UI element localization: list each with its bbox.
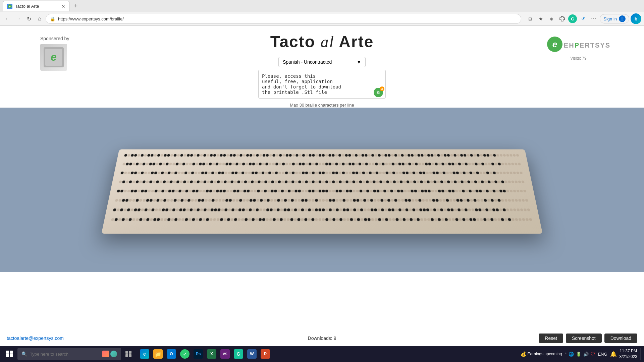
taskbar-vs-icon[interactable]: VS — [219, 348, 231, 360]
active-tab[interactable]: e Tacto al Arte ✕ — [3, 1, 70, 11]
browser-chrome: e Tacto al Arte ✕ + ← → ↻ ⌂ 🔒 ⊞ ★ ⊕ — [0, 0, 644, 26]
chevron-up-icon[interactable]: ^ — [565, 352, 567, 357]
sponsored-label: Sponsered by — [40, 36, 69, 41]
reset-button[interactable]: Reset — [539, 334, 563, 343]
new-tab-button[interactable]: + — [71, 1, 80, 11]
volume-icon[interactable]: 🔊 — [583, 352, 589, 357]
account-avatar: 👤 — [619, 15, 626, 22]
toolbar-icons: ⊞ ★ ⊕ G ↺ ··· Sign in 👤 b — [525, 13, 641, 24]
taskbar-date: 3/21/2023 — [620, 354, 637, 360]
search-icon: 🔍 — [21, 351, 27, 357]
sync-icon[interactable]: ↺ — [578, 14, 588, 23]
svg-rect-10 — [129, 354, 131, 357]
toolbar: ← → ↻ ⌂ 🔒 ⊞ ★ ⊕ G ↺ ··· Si — [0, 12, 644, 25]
taskbar-explorer-icon[interactable]: 📁 — [152, 348, 164, 360]
taskbar-word-icon[interactable]: W — [246, 348, 258, 360]
dropdown-chevron-icon: ▼ — [357, 59, 361, 65]
taskbar-app-icons: e 📁 O ✓ Ps X VS G W — [139, 348, 271, 360]
svg-text:e: e — [9, 5, 10, 8]
page-header: Sponsered by e Tacto al Arte — [0, 26, 644, 54]
battery-icon[interactable]: 🔋 — [576, 352, 581, 357]
svg-text:e: e — [552, 39, 557, 49]
refresh-button[interactable]: ↻ — [24, 14, 34, 23]
text-input-section: Please, access this useful, free, applic… — [0, 70, 644, 100]
taskbar-excel-icon[interactable]: X — [206, 348, 218, 360]
favorites-icon[interactable]: ★ — [536, 14, 545, 23]
tab-close-button[interactable]: ✕ — [61, 4, 65, 9]
download-button[interactable]: Download — [604, 334, 637, 343]
notification-bell-icon[interactable]: 🔔 — [610, 351, 617, 357]
sponsor-logo: e — [40, 44, 67, 71]
tab-favicon: e — [7, 4, 12, 9]
back-button[interactable]: ← — [3, 14, 12, 23]
taskbar-outlook-icon[interactable]: O — [165, 348, 177, 360]
earnings-icon: 💰 — [521, 351, 526, 357]
taskbar-time: 11:37 PM — [620, 348, 637, 354]
braille-text-input[interactable]: Please, access this useful, free, applic… — [258, 70, 386, 99]
sponsored-by-section: Sponsered by e — [40, 36, 69, 71]
search-extra-icon2 — [110, 351, 117, 357]
taskbar-tasks-icon[interactable]: ✓ — [179, 348, 191, 360]
show-desktop-button[interactable] — [640, 348, 641, 360]
url-input[interactable] — [58, 16, 517, 21]
extensions-icon[interactable] — [557, 14, 567, 23]
textarea-wrapper: Please, access this useful, free, applic… — [258, 70, 386, 100]
grammarly-toolbar-icon[interactable]: G — [568, 14, 577, 23]
taskbar-ppt-icon[interactable]: P — [259, 348, 271, 360]
edge-logo: b — [631, 13, 641, 24]
expertsys-text: EHPERTSYS — [564, 42, 610, 49]
grammarly-button[interactable]: G 3 — [374, 88, 383, 97]
grammarly-icon: G — [377, 90, 380, 95]
taskbar-search-input[interactable] — [30, 352, 97, 357]
antivirus-icon: 🛡 — [591, 352, 595, 357]
start-button[interactable] — [3, 347, 16, 361]
sign-in-button[interactable]: Sign in 👤 — [600, 14, 629, 23]
braille-display-area — [0, 108, 644, 272]
title-tacto: Tacto — [270, 33, 321, 51]
braille-plate — [101, 149, 542, 234]
grammarly-badge-count: 3 — [380, 86, 384, 91]
taskbar-grammarly-icon[interactable]: G — [232, 348, 245, 360]
language-selected-value: Spanish - Uncontracted — [283, 59, 332, 65]
more-options-button[interactable]: ··· — [589, 14, 598, 23]
svg-rect-7 — [125, 351, 128, 354]
contact-email-link[interactable]: tactoalarte@expertsys.com — [7, 336, 64, 341]
taskbar-search-extras — [102, 351, 117, 357]
expertsys-logo-image: e EHPERTSYS — [546, 36, 610, 55]
windows-logo-icon — [6, 351, 13, 357]
task-view-button[interactable] — [122, 348, 135, 360]
network-icon[interactable]: 🌐 — [569, 352, 574, 357]
visits-count: Visits: 79 — [546, 56, 610, 61]
reader-mode-icon[interactable]: ⊞ — [525, 14, 535, 23]
title-al: al — [320, 33, 334, 51]
taskbar-clock[interactable]: 11:37 PM 3/21/2023 — [620, 348, 637, 360]
tab-title: Tacto al Arte — [15, 4, 39, 9]
taskbar-right: 💰 Earnings upcoming ^ 🌐 🔋 🔊 🛡 ENG 🔔 11:3… — [521, 348, 641, 360]
title-arte: Arte — [334, 33, 374, 51]
taskbar-edge-icon[interactable]: e — [139, 348, 151, 360]
downloads-count: Downloads: 9 — [308, 336, 336, 341]
earnings-label: Earnings upcoming — [528, 352, 562, 356]
language-indicator[interactable]: ENG — [598, 352, 607, 357]
system-tray: ^ 🌐 🔋 🔊 🛡 — [565, 352, 595, 357]
collections-icon[interactable]: ⊕ — [547, 14, 556, 23]
main-content: Sponsered by e Tacto al Arte — [0, 26, 644, 346]
sign-in-label: Sign in — [603, 16, 617, 21]
address-bar[interactable]: 🔒 — [46, 14, 521, 24]
search-extra-icon1 — [102, 351, 109, 357]
screenshot-button[interactable]: Screenshot — [566, 334, 602, 343]
svg-text:e: e — [51, 51, 57, 63]
lock-icon: 🔒 — [50, 16, 55, 21]
svg-rect-8 — [129, 351, 131, 354]
earnings-notification[interactable]: 💰 Earnings upcoming — [521, 351, 562, 357]
footer-actions: Reset Screenshot Download — [539, 334, 637, 343]
taskbar-ps-icon[interactable]: Ps — [192, 348, 204, 360]
footer-bar: tactoalarte@expertsys.com Downloads: 9 R… — [0, 330, 644, 346]
taskbar: 🔍 e 📁 O ✓ Ps X — [0, 346, 644, 362]
forward-button[interactable]: → — [13, 14, 23, 23]
home-button[interactable]: ⌂ — [35, 14, 44, 23]
taskbar-search-box[interactable]: 🔍 — [17, 348, 121, 360]
expertsys-logo: e EHPERTSYS Visits: 79 — [546, 36, 610, 61]
svg-rect-9 — [125, 354, 128, 357]
language-dropdown[interactable]: Spanish - Uncontracted ▼ — [278, 57, 366, 67]
